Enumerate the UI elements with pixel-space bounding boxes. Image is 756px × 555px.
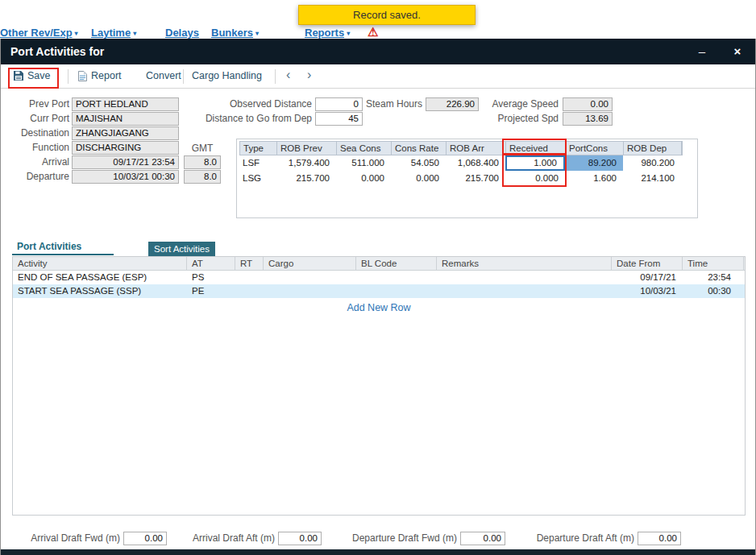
bunker-rob-prev-cell[interactable]: 1,579.400 (276, 155, 336, 171)
bunker-sea-cons-cell[interactable]: 0.000 (336, 171, 391, 186)
activities-header-remarks[interactable]: Remarks (437, 257, 612, 270)
bunkers-header-received[interactable]: Received (506, 142, 566, 155)
activity-time-cell[interactable]: 00:30 (683, 284, 744, 298)
activity-row-ssp[interactable]: START SEA PASSAGE (SSP) PE 10/03/21 00:3… (13, 284, 745, 298)
chevron-down-icon: ▾ (347, 30, 350, 37)
observed-distance-label: Observed Distance (193, 97, 312, 111)
activity-remarks-cell[interactable] (437, 284, 612, 298)
menu-reports[interactable]: Reports▾ (305, 27, 350, 39)
steam-hours-label: Steam Hours (358, 97, 422, 111)
activities-header-rt[interactable]: RT (235, 257, 264, 270)
activities-header-cargo[interactable]: Cargo (264, 257, 356, 270)
activity-at-cell[interactable]: PS (187, 271, 235, 284)
activity-at-cell[interactable]: PE (187, 284, 235, 298)
arrival-draft-fwd-label: Arrival Draft Fwd (m) (25, 532, 120, 545)
prev-arrow-button[interactable]: ‹ (286, 68, 290, 82)
bunkers-header-rob-prev[interactable]: ROB Prev (277, 142, 337, 155)
bunker-received-cell[interactable]: 0.000 (505, 171, 565, 186)
departure-draft-aft-field[interactable]: 0.00 (638, 532, 681, 545)
report-label: Report (91, 70, 122, 81)
projected-spd-field[interactable]: 13.69 (563, 112, 613, 126)
minimize-button[interactable]: – (691, 39, 713, 64)
steam-hours-field[interactable]: 226.90 (426, 97, 479, 111)
activity-date-from-cell[interactable]: 10/03/21 (612, 284, 683, 298)
convert-button[interactable]: Convert (146, 70, 181, 81)
bunkers-header-portcons[interactable]: PortCons (566, 142, 624, 155)
menu-other-rev-exp[interactable]: Other Rev/Exp▾ (0, 27, 78, 39)
activity-name-cell[interactable]: END OF SEA PASSAGE (ESP) (13, 271, 187, 284)
bunkers-panel: Type ROB Prev Sea Cons Cons Rate ROB Arr… (236, 139, 698, 218)
activity-time-cell[interactable]: 23:54 (683, 271, 744, 284)
toolbar-separator (183, 69, 184, 84)
report-icon (78, 71, 87, 81)
activities-header-date-from[interactable]: Date From (612, 257, 683, 270)
function-label: Function (6, 141, 69, 155)
activity-remarks-cell[interactable] (437, 271, 612, 284)
bunker-received-cell-focused[interactable]: 1.000 (505, 155, 565, 171)
menu-label: Laytime (91, 27, 131, 39)
bunker-cons-rate-cell[interactable]: 0.000 (391, 171, 446, 186)
arrival-draft-aft-field[interactable]: 0.00 (278, 532, 322, 545)
average-speed-field[interactable]: 0.00 (563, 97, 613, 111)
bunker-sea-cons-cell[interactable]: 511.000 (336, 155, 391, 171)
bunker-type-cell[interactable]: LSF (239, 155, 276, 171)
bunkers-header-rob-arr[interactable]: ROB Arr (447, 142, 506, 155)
destination-field[interactable]: ZHANGJIAGANG (72, 126, 179, 140)
activity-rt-cell[interactable] (235, 284, 264, 298)
cargo-handling-button[interactable]: Cargo Handling (192, 70, 262, 81)
bunker-rob-arr-cell[interactable]: 215.700 (446, 171, 505, 186)
dialog-title: Port Activities for (10, 45, 104, 58)
average-speed-label: Average Speed (483, 97, 559, 111)
arrival-draft-fwd-field[interactable]: 0.00 (123, 532, 167, 545)
activity-row-esp[interactable]: END OF SEA PASSAGE (ESP) PS 09/17/21 23:… (13, 271, 745, 284)
close-button[interactable]: × (726, 39, 749, 64)
arrival-label: Arrival (6, 155, 69, 169)
menu-delays[interactable]: Delays (165, 27, 199, 39)
activities-header-bl-code[interactable]: BL Code (356, 257, 437, 270)
gmt-arrival-field[interactable]: 8.0 (184, 155, 221, 169)
observed-distance-field[interactable]: 0 (315, 97, 363, 111)
bunkers-header-rob-dep[interactable]: ROB Dep (624, 142, 682, 155)
bunker-portcons-cell[interactable]: 1.600 (565, 171, 623, 186)
arrival-datetime-field[interactable]: 09/17/21 23:54 (72, 155, 179, 169)
activity-bl-code-cell[interactable] (356, 284, 437, 298)
bunker-type-cell[interactable]: LSG (239, 171, 276, 186)
bunkers-header-sea-cons[interactable]: Sea Cons (337, 142, 392, 155)
activity-name-cell[interactable]: START SEA PASSAGE (SSP) (13, 284, 187, 298)
bunker-rob-arr-cell[interactable]: 1,068.400 (446, 155, 505, 171)
bunker-cons-rate-cell[interactable]: 54.050 (391, 155, 446, 171)
bunker-portcons-cell-selected[interactable]: 89.200 (565, 155, 623, 171)
prev-port-field[interactable]: PORT HEDLAND (72, 97, 179, 111)
bunkers-header-type[interactable]: Type (240, 142, 277, 155)
activities-header-activity[interactable]: Activity (13, 257, 187, 270)
bunkers-header-cons-rate[interactable]: Cons Rate (392, 142, 447, 155)
departure-draft-aft-label: Departure Draft Aft (m) (525, 532, 634, 545)
activities-header-at[interactable]: AT (187, 257, 235, 270)
activity-date-from-cell[interactable]: 09/17/21 (612, 271, 683, 284)
menu-bunkers[interactable]: Bunkers▾ (211, 27, 259, 39)
curr-port-field[interactable]: MAJISHAN (72, 112, 179, 126)
tab-sort-activities[interactable]: Sort Activities (148, 242, 215, 256)
gmt-departure-field[interactable]: 8.0 (184, 170, 221, 184)
menu-laytime[interactable]: Laytime▾ (91, 27, 136, 39)
activity-cargo-cell[interactable] (264, 284, 356, 298)
save-icon (14, 71, 23, 81)
bunkers-table: Type ROB Prev Sea Cons Cons Rate ROB Arr… (239, 141, 683, 186)
function-field[interactable]: DISCHARGING (72, 141, 179, 155)
activities-header-time[interactable]: Time (683, 257, 744, 270)
bunker-rob-dep-cell[interactable]: 980.200 (623, 155, 681, 171)
activity-cargo-cell[interactable] (264, 271, 356, 284)
add-new-row-link[interactable]: Add New Row (13, 302, 745, 313)
departure-draft-fwd-field[interactable]: 0.00 (460, 532, 505, 545)
bunker-rob-dep-cell[interactable]: 214.100 (623, 171, 681, 186)
report-button[interactable]: Report (78, 70, 122, 81)
next-arrow-button[interactable]: › (307, 68, 311, 82)
bunker-rob-prev-cell[interactable]: 215.700 (276, 171, 336, 186)
departure-datetime-field[interactable]: 10/03/21 00:30 (72, 170, 179, 184)
save-button[interactable]: Save (14, 70, 51, 81)
distance-to-go-field[interactable]: 45 (315, 112, 363, 126)
chevron-down-icon: ▾ (255, 30, 259, 37)
activity-bl-code-cell[interactable] (356, 271, 437, 284)
activity-rt-cell[interactable] (235, 271, 264, 284)
tab-port-activities[interactable]: Port Activities (17, 241, 81, 252)
